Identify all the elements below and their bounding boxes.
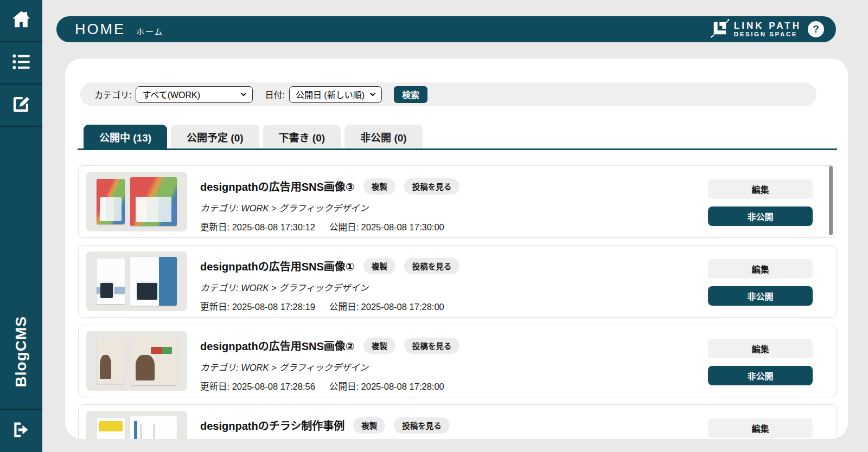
post-published: 公開日: 2025-08-08 17:28:00 — [329, 300, 444, 313]
category-label: カテゴリ: — [94, 88, 131, 101]
duplicate-button[interactable]: 複製 — [353, 417, 385, 434]
post-card: designpathの広告用SNS画像① 複製 投稿を見る カテゴリ: WORK… — [78, 245, 837, 318]
post-published: 公開日: 2025-08-08 17:28:00 — [329, 379, 444, 392]
post-card-body: designpathのチラシ制作事例 複製 投稿を見る — [200, 411, 450, 434]
header-right: LINK PATH DESIGN SPACE ? — [710, 18, 824, 40]
post-dates: 更新日: 2025-08-08 17:30:12 公開日: 2025-08-08… — [200, 220, 459, 233]
post-category: カテゴリ: WORK > グラフィックデザイン — [200, 281, 459, 294]
linkpath-logo-icon — [710, 18, 730, 40]
post-category: カテゴリ: WORK > グラフィックデザイン — [200, 360, 459, 373]
post-title: designpathの広告用SNS画像② — [200, 338, 355, 353]
post-dates: 更新日: 2025-08-08 17:28:19 公開日: 2025-08-08… — [200, 300, 459, 313]
edit-button[interactable]: 編集 — [708, 339, 813, 358]
tab-unpublished[interactable]: 非公開 (0) — [344, 125, 423, 148]
view-post-button[interactable]: 投稿を見る — [404, 258, 460, 274]
post-thumbnail — [86, 411, 187, 440]
post-dates: 更新日: 2025-08-08 17:28:56 公開日: 2025-08-08… — [200, 379, 459, 392]
post-updated: 更新日: 2025-08-08 17:28:19 — [200, 300, 315, 313]
page-subtitle: ホーム — [136, 25, 164, 37]
post-thumbnail — [86, 331, 187, 391]
date-select-value: 公開日 (新しい順) — [296, 88, 365, 101]
tab-underline — [78, 148, 837, 150]
duplicate-button[interactable]: 複製 — [363, 178, 395, 195]
main-panel: カテゴリ: すべて(WORK) 日付: 公開日 (新しい順) 検索 公開中 (1… — [65, 59, 848, 439]
tab-published[interactable]: 公開中 (13) — [84, 125, 167, 148]
view-post-button[interactable]: 投稿を見る — [394, 417, 450, 434]
post-card: designpathの広告用SNS画像③ 複製 投稿を見る カテゴリ: WORK… — [78, 165, 837, 238]
chevron-down-icon — [240, 91, 247, 98]
linkpath-logo: LINK PATH DESIGN SPACE — [710, 18, 801, 40]
duplicate-button[interactable]: 複製 — [363, 338, 395, 354]
page-title: HOME — [75, 21, 125, 38]
status-tabs: 公開中 (13) 公開予定 (0) 下書き (0) 非公開 (0) — [84, 125, 848, 148]
sidebar: BlogCMS — [0, 0, 42, 452]
edit-button[interactable]: 編集 — [708, 418, 813, 438]
duplicate-button[interactable]: 複製 — [363, 258, 395, 274]
post-card-body: designpathの広告用SNS画像③ 複製 投稿を見る カテゴリ: WORK… — [200, 172, 459, 233]
unpublish-button[interactable]: 非公開 — [708, 366, 813, 385]
logout-button[interactable] — [0, 409, 42, 452]
post-card-body: designpathの広告用SNS画像② 複製 投稿を見る カテゴリ: WORK… — [200, 332, 459, 392]
post-card: designpathの広告用SNS画像② 複製 投稿を見る カテゴリ: WORK… — [78, 325, 837, 397]
filter-bar: カテゴリ: すべて(WORK) 日付: 公開日 (新しい順) 検索 — [80, 82, 816, 106]
category-select-value: すべて(WORK) — [142, 88, 235, 101]
edit-button[interactable]: 編集 — [708, 259, 813, 279]
view-post-button[interactable]: 投稿を見る — [404, 338, 460, 354]
linkpath-logo-text: LINK PATH DESIGN SPACE — [734, 21, 801, 37]
post-category: カテゴリ: WORK > グラフィックデザイン — [200, 201, 459, 214]
tab-scheduled[interactable]: 公開予定 (0) — [171, 125, 259, 148]
category-select[interactable]: すべて(WORK) — [136, 86, 253, 103]
sidebar-item-post-list[interactable] — [0, 42, 42, 85]
post-actions: 編集 非公開 — [708, 172, 813, 226]
post-card: designpathのチラシ制作事例 複製 投稿を見る 編集 — [78, 404, 837, 440]
app-brand: BlogCMS — [12, 316, 30, 387]
post-title: designpathの広告用SNS画像① — [200, 258, 355, 274]
page-header: HOME ホーム LINK PATH DESIGN SPACE ? — [56, 16, 836, 42]
unpublish-button[interactable]: 非公開 — [708, 206, 813, 226]
chevron-down-icon — [369, 91, 376, 98]
post-updated: 更新日: 2025-08-08 17:28:56 — [200, 379, 315, 392]
logo-line2: DESIGN SPACE — [734, 31, 801, 37]
post-thumbnail — [86, 172, 187, 231]
logo-line1: LINK PATH — [734, 21, 801, 31]
unpublish-button[interactable]: 非公開 — [708, 286, 813, 306]
view-post-button[interactable]: 投稿を見る — [404, 178, 460, 195]
logout-icon — [11, 419, 31, 442]
post-title: designpathのチラシ制作事例 — [200, 417, 344, 433]
post-updated: 更新日: 2025-08-08 17:30:12 — [200, 220, 315, 233]
post-thumbnail — [86, 251, 187, 311]
search-button[interactable]: 検索 — [394, 86, 427, 103]
sidebar-brand-area: BlogCMS — [0, 127, 42, 409]
post-actions: 編集 非公開 — [708, 332, 813, 385]
list-scrollbar[interactable] — [829, 166, 833, 235]
post-title: designpathの広告用SNS画像③ — [200, 178, 355, 194]
tab-draft[interactable]: 下書き (0) — [263, 125, 341, 148]
edit-icon — [10, 93, 32, 117]
list-icon — [10, 51, 32, 75]
edit-button[interactable]: 編集 — [708, 179, 813, 199]
post-list: designpathの広告用SNS画像③ 複製 投稿を見る カテゴリ: WORK… — [78, 165, 837, 440]
post-actions: 編集 — [708, 411, 813, 438]
date-label: 日付: — [265, 88, 284, 101]
date-select[interactable]: 公開日 (新しい順) — [289, 86, 382, 103]
post-actions: 編集 非公開 — [708, 252, 813, 306]
post-card-body: designpathの広告用SNS画像① 複製 投稿を見る カテゴリ: WORK… — [200, 252, 459, 313]
help-button[interactable]: ? — [808, 21, 824, 37]
home-icon — [10, 9, 32, 33]
sidebar-item-new-post[interactable] — [0, 85, 42, 127]
post-published: 公開日: 2025-08-08 17:30:00 — [329, 220, 444, 233]
sidebar-item-home[interactable] — [0, 0, 42, 42]
